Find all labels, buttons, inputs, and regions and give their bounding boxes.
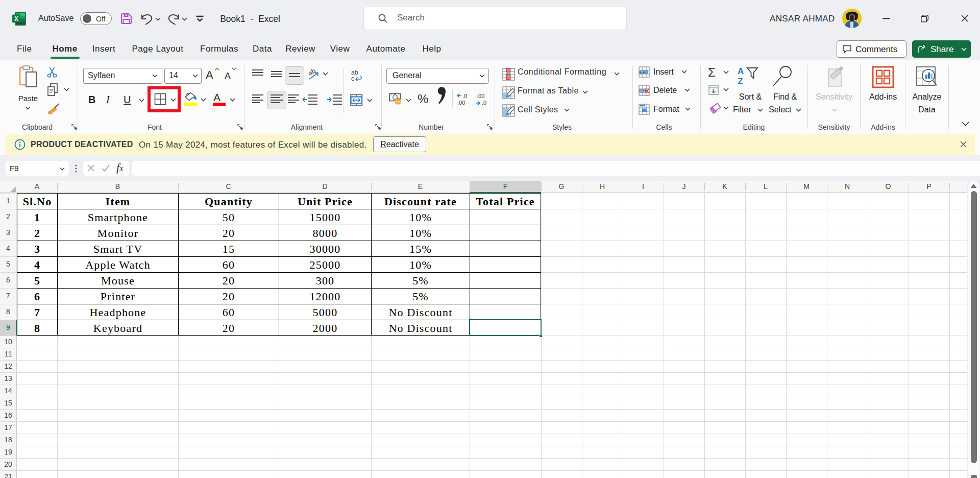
svg-text:X: X — [14, 15, 18, 22]
svg-text:Z: Z — [738, 77, 743, 86]
svg-text:.0: .0 — [462, 93, 467, 99]
svg-text:.0: .0 — [482, 100, 486, 106]
svg-text:c: c — [351, 75, 354, 82]
svg-text:.00: .00 — [457, 100, 465, 106]
svg-text:A: A — [738, 66, 744, 76]
svg-text:.00: .00 — [477, 93, 484, 99]
